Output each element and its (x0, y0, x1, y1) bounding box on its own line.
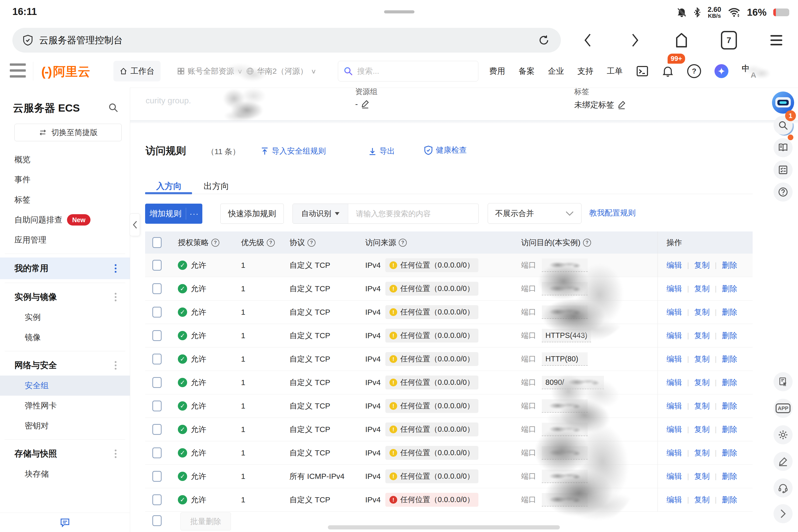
delete-link[interactable]: 删除 (722, 330, 737, 341)
nav-link-enterprise[interactable]: 企业 (548, 66, 564, 77)
row-checkbox[interactable] (152, 401, 162, 411)
sidebar-item-self-troubleshoot[interactable]: 自助问题排查 New (0, 210, 130, 230)
delete-link[interactable]: 删除 (722, 354, 737, 364)
edit-link[interactable]: 编辑 (667, 354, 682, 364)
products-menu-icon[interactable] (10, 63, 26, 78)
tab-counter[interactable]: 7 (717, 28, 741, 53)
rail-settings-gear-icon[interactable] (774, 425, 793, 444)
switch-simple-version-button[interactable]: 切换至简捷版 (15, 124, 122, 141)
delete-link[interactable]: 删除 (722, 448, 737, 458)
port-chip[interactable]: HTTP(80) (542, 352, 588, 366)
delete-link[interactable]: 删除 (722, 424, 737, 435)
edit-link[interactable]: 编辑 (667, 471, 682, 482)
horizontal-scrollbar[interactable] (328, 525, 560, 529)
quick-add-rule-button[interactable]: 快速添加规则 (221, 204, 284, 224)
export-link[interactable]: 导出 (368, 146, 395, 156)
tab-outbound[interactable]: 出方向 (204, 180, 229, 192)
sidebar-section-instances-images[interactable]: 实例与镜像 (0, 287, 130, 307)
help-icon[interactable]: ? (211, 239, 219, 247)
delete-link[interactable]: 删除 (722, 495, 737, 505)
edit-pencil-icon[interactable] (618, 100, 626, 109)
sidebar-section-storage-snapshots[interactable]: 存储与快照 (0, 443, 130, 464)
delete-link[interactable]: 删除 (722, 401, 737, 411)
edit-link[interactable]: 编辑 (667, 448, 682, 458)
rail-checklist-icon[interactable] (774, 160, 793, 179)
rail-orders-icon[interactable] (774, 372, 793, 391)
tab-inbound[interactable]: 入方向 (156, 180, 182, 192)
kebab-menu-icon[interactable] (115, 264, 116, 273)
rail-app-icon[interactable]: APP (774, 399, 793, 418)
row-checkbox[interactable] (152, 330, 162, 341)
kebab-menu-icon[interactable] (115, 450, 116, 458)
workbench-button[interactable]: 工作台 (113, 61, 160, 81)
nav-link-fees[interactable]: 费用 (489, 66, 505, 77)
sidebar-item-app-management[interactable]: 应用管理 (0, 230, 130, 250)
help-icon[interactable]: ? (583, 239, 591, 247)
delete-link[interactable]: 删除 (722, 307, 737, 318)
health-check-link[interactable]: 健康检查 (424, 145, 467, 155)
edit-link[interactable]: 编辑 (667, 401, 682, 411)
delete-link[interactable]: 删除 (722, 471, 737, 482)
rail-support-headset-icon[interactable] (774, 478, 793, 497)
footer-select-all-checkbox[interactable] (152, 515, 162, 526)
row-checkbox[interactable] (152, 354, 162, 364)
edit-link[interactable]: 编辑 (667, 424, 682, 435)
app-promo-icon[interactable] (715, 64, 728, 78)
import-rules-link[interactable]: 导入安全组规则 (261, 146, 326, 156)
edit-pencil-icon[interactable] (361, 100, 369, 109)
kebab-menu-icon[interactable] (115, 361, 116, 369)
drag-handle[interactable] (384, 10, 415, 14)
sidebar-item-key-pairs[interactable]: 密钥对 (0, 416, 130, 436)
aliyun-logo[interactable]: (-) 阿里云 (41, 63, 90, 80)
feedback-comment-icon[interactable] (60, 517, 70, 528)
row-checkbox[interactable] (152, 448, 162, 458)
row-checkbox[interactable] (152, 283, 162, 294)
row-checkbox[interactable] (152, 377, 162, 388)
batch-delete-button[interactable]: 批量删除 (180, 512, 231, 530)
configure-guide-link[interactable]: 教我配置规则 (589, 208, 635, 218)
edit-link[interactable]: 编辑 (667, 377, 682, 388)
sidebar-item-enis[interactable]: 弹性网卡 (0, 396, 130, 416)
sidebar-section-network-security[interactable]: 网络与安全 (0, 355, 130, 376)
sidebar-item-tags[interactable]: 标签 (0, 190, 130, 210)
sidebar-item-overview[interactable]: 概览 (0, 150, 130, 170)
copy-link[interactable]: 复制 (694, 354, 709, 364)
select-all-checkbox[interactable] (152, 237, 162, 248)
edit-link[interactable]: 编辑 (667, 260, 682, 271)
sidebar-item-images[interactable]: 镜像 (0, 327, 130, 347)
forward-button[interactable] (623, 28, 647, 53)
help-icon[interactable]: ? (399, 239, 407, 247)
edit-link[interactable]: 编辑 (667, 330, 682, 341)
rule-search-input[interactable] (356, 209, 467, 218)
sidebar-item-security-groups[interactable]: 安全组 (0, 376, 130, 396)
sidebar-item-block-storage[interactable]: 块存储 (0, 464, 130, 484)
browser-menu-button[interactable] (764, 28, 789, 53)
copy-link[interactable]: 复制 (694, 401, 709, 411)
edit-link[interactable]: 编辑 (667, 284, 682, 294)
sidebar-collapse-handle[interactable] (130, 213, 140, 236)
delete-link[interactable]: 删除 (722, 284, 737, 294)
add-rule-more-button[interactable]: ··· (186, 209, 202, 218)
rail-docs-icon[interactable] (774, 138, 793, 157)
sidebar-search-icon[interactable] (108, 102, 118, 112)
help-icon[interactable]: ? (687, 64, 701, 78)
copy-link[interactable]: 复制 (694, 330, 709, 341)
copy-link[interactable]: 复制 (694, 495, 709, 505)
row-checkbox[interactable] (152, 424, 162, 435)
copy-link[interactable]: 复制 (694, 284, 709, 294)
row-checkbox[interactable] (152, 494, 162, 505)
help-icon[interactable]: ? (307, 239, 316, 247)
row-checkbox[interactable] (152, 260, 162, 271)
notifications-bell-icon[interactable]: 99+ (662, 65, 674, 77)
rail-help-icon[interactable] (774, 183, 793, 202)
copy-link[interactable]: 复制 (694, 377, 709, 388)
copy-link[interactable]: 复制 (694, 307, 709, 318)
rail-collapse-chevron-icon[interactable] (774, 504, 793, 523)
copy-link[interactable]: 复制 (694, 448, 709, 458)
search-mode-select[interactable]: 自动识别 (293, 204, 348, 224)
nav-link-support[interactable]: 支持 (577, 66, 593, 77)
global-search[interactable] (338, 61, 478, 81)
merge-display-select[interactable]: 不展示合并 (488, 203, 582, 224)
copy-link[interactable]: 复制 (694, 471, 709, 482)
copy-link[interactable]: 复制 (694, 424, 709, 435)
